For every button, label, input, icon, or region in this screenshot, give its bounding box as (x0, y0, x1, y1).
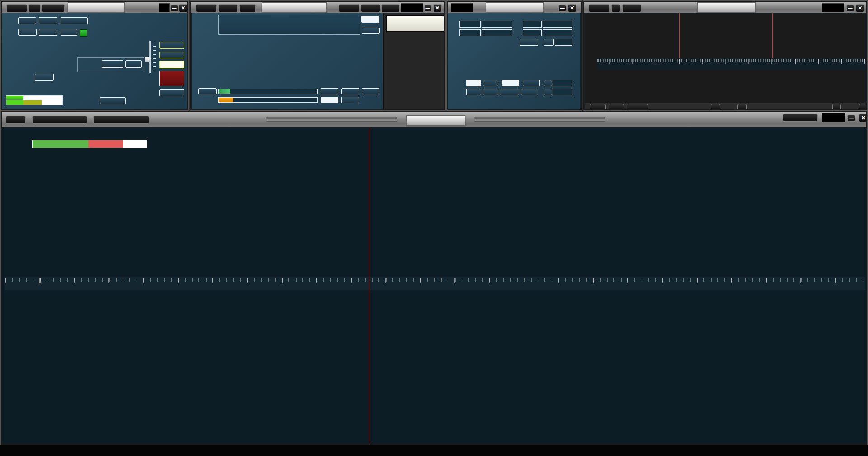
ex-minimize-button[interactable]: — (558, 5, 566, 12)
main-plugins-button[interactable] (42, 4, 65, 12)
afc-button[interactable] (466, 89, 481, 95)
fms-nr-button[interactable] (500, 89, 519, 95)
n1-bw-field[interactable] (459, 21, 481, 28)
aux-title-plate (697, 2, 756, 13)
aux-sett-button[interactable] (589, 4, 609, 12)
main-sett-button[interactable] (6, 4, 27, 12)
lc-button[interactable] (544, 80, 552, 86)
bias-t-button[interactable] (35, 74, 54, 81)
lc-field[interactable] (553, 80, 572, 86)
n2-freq-field[interactable] (482, 29, 512, 36)
aux-zoom-out-button[interactable] (711, 104, 720, 110)
main-scheduler-button[interactable] (61, 17, 88, 24)
main-opt-button[interactable] (18, 17, 36, 24)
aux-zoom-in-button[interactable] (737, 104, 747, 110)
aux-close-button[interactable]: ✕ (856, 4, 864, 12)
main-minimize-button[interactable]: — (170, 5, 178, 12)
main-spectrum-canvas[interactable] (5, 127, 865, 277)
volume-slider[interactable] (218, 97, 318, 103)
stop-button[interactable] (159, 71, 184, 86)
hc-button[interactable] (544, 89, 552, 95)
main-sp1-button[interactable] (18, 29, 37, 36)
aux-minimize-button[interactable]: — (846, 5, 854, 12)
aux-fmaf-button[interactable] (622, 4, 641, 12)
rx-minimize-button[interactable]: — (424, 5, 432, 12)
tuning-cursor[interactable] (369, 127, 369, 445)
rx-titlebar[interactable]: — ✕ (191, 2, 444, 13)
mctr-button[interactable] (361, 4, 380, 12)
aux-resize-button[interactable] (859, 104, 867, 110)
aux-spectrum-canvas[interactable] (597, 13, 866, 58)
mono-button[interactable] (483, 89, 498, 95)
aux-filter-edge-high[interactable] (772, 13, 773, 58)
main-ma-button[interactable] (28, 4, 41, 12)
rx-rdsw-button[interactable] (218, 4, 238, 12)
sp-close-button[interactable]: ✕ (859, 114, 867, 122)
deemph-75us-button[interactable] (523, 80, 540, 86)
save-ws-button[interactable] (100, 97, 126, 104)
agc-fast-button[interactable] (341, 88, 359, 94)
soft-filter-button[interactable] (520, 39, 538, 46)
aux-filter-edge-low[interactable] (679, 13, 680, 58)
deemphasis-button[interactable] (466, 80, 481, 86)
peak-button[interactable] (361, 16, 379, 23)
n4-bw-field[interactable] (523, 29, 542, 36)
aux-info-button[interactable] (832, 104, 841, 110)
deemph-off-button[interactable] (483, 80, 498, 86)
tctr-button[interactable] (381, 4, 400, 12)
main-close-button[interactable]: ✕ (179, 4, 188, 12)
n3-bw-field[interactable] (523, 21, 542, 28)
lo-lock-button[interactable] (159, 61, 184, 68)
sp-pwr-snr-csv-button[interactable] (32, 116, 87, 124)
step-lock-button[interactable] (783, 114, 818, 122)
nchl-button[interactable] (362, 88, 379, 94)
main-rx-button[interactable] (61, 29, 77, 36)
aux-sp-button[interactable] (590, 104, 606, 110)
rx-exw-button[interactable] (239, 4, 256, 12)
window-ex-control: — ✕ (447, 1, 582, 110)
sp-screenshot-button[interactable] (93, 116, 149, 124)
aux-f-button[interactable] (611, 4, 620, 12)
n1-freq-field[interactable] (482, 21, 512, 28)
aux-lcd-display (822, 3, 844, 12)
fc-field[interactable] (555, 39, 572, 46)
aux-x-axis (597, 58, 866, 70)
sp-minimize-button[interactable]: — (847, 115, 855, 122)
rx-close-button[interactable]: ✕ (433, 4, 442, 12)
main-waterfall-canvas[interactable] (5, 290, 865, 445)
rf-gain-slider-track[interactable] (149, 41, 151, 73)
sp-sett-button[interactable] (6, 116, 26, 124)
aux-spwf-button[interactable] (627, 104, 648, 110)
main-titlebar[interactable]: — ✕ (2, 2, 187, 13)
fc-button[interactable] (544, 39, 554, 46)
sqlc-button[interactable] (198, 88, 217, 94)
mw-fm-notch-button[interactable] (102, 60, 123, 68)
agc-slow-button[interactable] (341, 97, 359, 103)
del-vrx-button[interactable] (159, 52, 184, 58)
aux-wf-button[interactable] (609, 104, 624, 110)
rsyn1-button[interactable] (339, 4, 359, 12)
ex-titlebar[interactable]: — ✕ (448, 2, 581, 13)
main-sp2-button[interactable] (39, 29, 57, 36)
hc-field[interactable] (553, 89, 572, 95)
n3-freq-field[interactable] (543, 21, 572, 28)
iq-out-button[interactable] (362, 28, 380, 34)
squelch-fill (219, 89, 230, 94)
n4-freq-field[interactable] (543, 29, 572, 36)
ex-close-button[interactable]: ✕ (568, 4, 576, 12)
squelch-slider[interactable] (218, 89, 318, 94)
pdbpf-button[interactable] (521, 89, 538, 95)
mem-pan-button[interactable] (159, 89, 184, 96)
aux-waterfall-canvas[interactable] (597, 70, 866, 103)
main-scan-button[interactable] (39, 17, 57, 24)
rx-sett-button[interactable] (196, 4, 217, 12)
dab-notch-button[interactable] (125, 60, 142, 68)
deemph-50us-button[interactable] (502, 80, 519, 86)
n2-bw-field[interactable] (459, 29, 481, 36)
sp-titlebar[interactable]: — ✕ (2, 112, 866, 128)
add-vrx-button[interactable] (159, 42, 184, 49)
frequency-display-box[interactable] (218, 15, 360, 35)
aux-titlebar[interactable]: — ✕ (584, 2, 866, 13)
agc-off-button[interactable] (321, 88, 338, 94)
agc-med-button[interactable] (321, 97, 338, 103)
